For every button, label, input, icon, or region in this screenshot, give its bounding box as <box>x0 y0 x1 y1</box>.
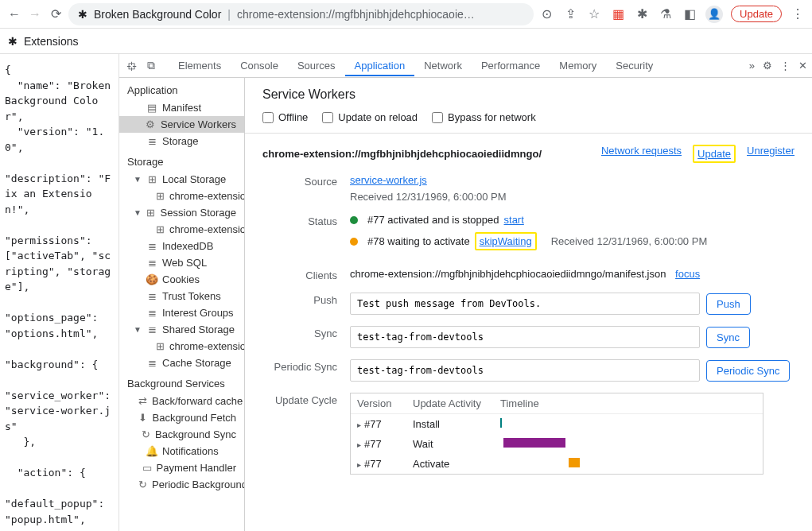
sidebar-child[interactable]: ⊞chrome-extension <box>119 188 244 204</box>
cycle-row: ▸#77Wait <box>351 434 763 454</box>
sync-input[interactable] <box>350 326 700 348</box>
more-tabs-icon[interactable]: » <box>749 60 755 72</box>
sync-button[interactable]: Sync <box>706 327 750 348</box>
status-dot-active <box>350 216 358 224</box>
sidebar-item-manifest[interactable]: ▤Manifest <box>119 99 244 116</box>
client-path: chrome-extension://mgfbhjnibhjdehcphioca… <box>350 268 666 280</box>
devtools-tabs: ElementsConsoleSourcesApplicationNetwork… <box>169 55 746 76</box>
sidebar-item-background-sync[interactable]: ↻Background Sync <box>119 426 244 443</box>
tab-security[interactable]: Security <box>606 55 662 76</box>
sw-origin: chrome-extension://mgfbhjnibhjdehcphioca… <box>262 148 542 160</box>
sidebar-section: Application <box>119 78 244 99</box>
push-button[interactable]: Push <box>706 293 751 315</box>
update-cycle-table: Version Update Activity Timeline ▸#77Ins… <box>350 393 763 475</box>
source-label: Source <box>262 174 350 188</box>
sidebar-item-trust-tokens[interactable]: ≣Trust Tokens <box>119 288 244 304</box>
sidebar-item-storage[interactable]: ≣Storage <box>119 133 244 149</box>
back-icon[interactable]: ← <box>6 6 22 22</box>
db-icon: ≣ <box>146 258 157 269</box>
chrome-actions: ⊙ ⇪ ☆ ▦ ✱ ⚗ ◧ 👤 Update ⋮ <box>538 6 806 23</box>
sidebar-item-local-storage[interactable]: ▼⊞Local Storage <box>119 171 244 188</box>
bypass-checkbox[interactable]: Bypass for network <box>432 111 536 123</box>
device-icon[interactable]: ⧉ <box>143 58 159 74</box>
unregister-link[interactable]: Unregister <box>747 145 795 163</box>
skipwaiting-link[interactable]: skipWaiting <box>480 235 532 247</box>
puzzle-icon[interactable]: ✱ <box>634 6 650 22</box>
cycle-label: Update Cycle <box>262 393 350 406</box>
tab-network[interactable]: Network <box>414 55 472 76</box>
tab-application[interactable]: Application <box>345 55 415 76</box>
search-icon[interactable]: ⊙ <box>538 6 554 22</box>
source-received: Received 12/31/1969, 6:00:00 PM <box>350 191 507 203</box>
start-link[interactable]: start <box>504 214 524 226</box>
card-icon: ▭ <box>142 463 152 474</box>
grid-icon: ⊞ <box>156 224 165 235</box>
address-bar[interactable]: ✱ Broken Background Color | chrome-exten… <box>68 3 534 25</box>
share-icon[interactable]: ⇪ <box>562 6 578 22</box>
sidebar-item-periodic-background[interactable]: ↻Periodic Background <box>119 476 244 493</box>
arrows-icon: ⇄ <box>138 396 147 407</box>
profile-avatar[interactable]: 👤 <box>705 6 723 23</box>
update-on-reload-checkbox[interactable]: Update on reload <box>322 111 418 123</box>
tab-performance[interactable]: Performance <box>472 55 550 76</box>
update-button[interactable]: Update <box>731 6 782 22</box>
apps-icon[interactable]: ▦ <box>610 6 626 22</box>
star-icon[interactable]: ☆ <box>586 6 602 22</box>
sidebar-child[interactable]: ⊞chrome-extension <box>119 221 244 238</box>
sidebar-item-cache-storage[interactable]: ≣Cache Storage <box>119 355 244 371</box>
tab-elements[interactable]: Elements <box>169 55 231 76</box>
tab-title: Broken Background Color <box>94 8 221 21</box>
periodic-button[interactable]: Periodic Sync <box>706 360 790 382</box>
offline-checkbox[interactable]: Offline <box>262 111 308 123</box>
inspect-icon[interactable]: ⯐ <box>124 58 140 74</box>
devtools-toolbar: ⯐ ⧉ ElementsConsoleSourcesApplicationNet… <box>119 54 812 78</box>
browser-chrome: ← → ⟳ ✱ Broken Background Color | chrome… <box>0 0 812 29</box>
status-text-1: #77 activated and is stopped <box>367 214 499 226</box>
db-icon: ≣ <box>146 291 157 302</box>
sync-icon: ↻ <box>138 479 147 490</box>
sidebar-item-notifications[interactable]: 🔔Notifications <box>119 443 244 459</box>
reload-icon[interactable]: ⟳ <box>48 6 64 22</box>
periodic-input[interactable] <box>350 359 700 382</box>
sync-label: Sync <box>262 326 350 339</box>
db-icon: ≣ <box>146 136 157 147</box>
panel-title: Service Workers <box>245 87 812 111</box>
sidebar-item-background-fetch[interactable]: ⬇Background Fetch <box>119 409 244 426</box>
sidebar-item-cookies[interactable]: 🍪Cookies <box>119 271 244 288</box>
status-label: Status <box>262 214 350 227</box>
close-icon[interactable]: ✕ <box>798 60 807 72</box>
tab-memory[interactable]: Memory <box>550 55 606 76</box>
tab-console[interactable]: Console <box>231 55 288 76</box>
sidebar-item-indexeddb[interactable]: ≣IndexedDB <box>119 238 244 254</box>
file-icon: ▤ <box>146 103 157 114</box>
tab-sources[interactable]: Sources <box>288 55 345 76</box>
sidebar-item-interest-groups[interactable]: ≣Interest Groups <box>119 304 244 321</box>
grid-icon: ⊞ <box>156 341 165 352</box>
source-file-link[interactable]: service-worker.js <box>350 174 427 186</box>
push-input[interactable] <box>350 293 700 315</box>
status-text-2: #78 waiting to activate <box>367 235 470 247</box>
labs-icon[interactable]: ⚗ <box>658 6 674 22</box>
bell-icon: 🔔 <box>146 446 157 457</box>
network-requests-link[interactable]: Network requests <box>601 145 682 163</box>
grid-icon: ⊞ <box>146 207 156 219</box>
kebab-icon[interactable]: ⋮ <box>780 60 791 72</box>
sidebar-item-session-storage[interactable]: ▼⊞Session Storage <box>119 204 244 221</box>
extensions-bar: ✱ Extensions <box>0 29 812 54</box>
application-sidebar: Application▤Manifest⚙Service Workers≣Sto… <box>119 78 245 531</box>
sidebar-item-service-workers[interactable]: ⚙Service Workers <box>119 116 244 133</box>
sidebar-child[interactable]: ⊞chrome-extension://n <box>119 338 244 355</box>
update-link[interactable]: Update <box>697 148 731 160</box>
sidebar-section: Storage <box>119 149 244 171</box>
forward-icon: → <box>27 6 43 22</box>
sidebar-item-shared-storage[interactable]: ▼≣Shared Storage <box>119 321 244 338</box>
sidebar-item-back-forward-cache[interactable]: ⇄Back/forward cache <box>119 393 244 409</box>
grid-icon: ⊞ <box>156 191 165 202</box>
sidebar-item-payment-handler[interactable]: ▭Payment Handler <box>119 459 244 476</box>
settings-icon[interactable]: ⚙ <box>763 60 772 72</box>
sidebar-item-web-sql[interactable]: ≣Web SQL <box>119 254 244 271</box>
extensions-label: Extensions <box>24 35 78 48</box>
menu-icon[interactable]: ⋮ <box>790 6 806 22</box>
panel-icon[interactable]: ◧ <box>682 6 697 22</box>
focus-link[interactable]: focus <box>675 268 700 280</box>
